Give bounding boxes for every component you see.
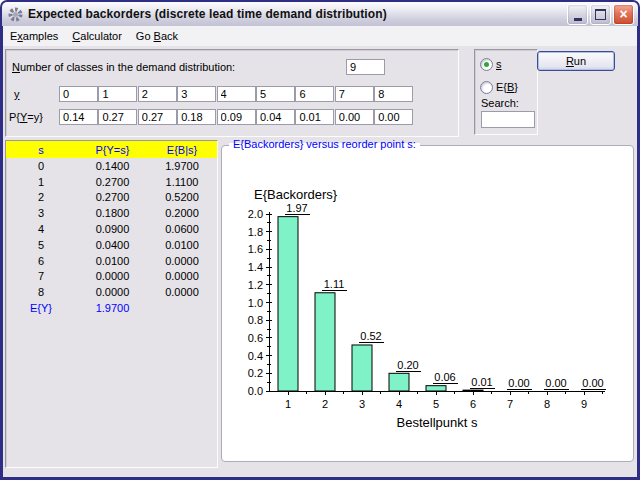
maximize-button[interactable]: [590, 4, 611, 25]
x-tick-label: 4: [396, 398, 402, 410]
y-value-input-7[interactable]: [335, 86, 374, 102]
table-cell: 0.2000: [149, 207, 215, 219]
table-header-cell: E{B|s}: [149, 144, 215, 156]
classes-label: Number of classes in the demand distribu…: [12, 61, 235, 73]
x-tick-label: 1: [285, 398, 291, 410]
p-value-input-2[interactable]: [138, 109, 177, 125]
close-icon: ×: [619, 7, 627, 21]
table-row: 30.18000.2000: [6, 205, 217, 221]
results-table-panel: sP{Y=s}E{B|s} 00.14001.970010.27001.1100…: [5, 140, 218, 468]
search-input[interactable]: [481, 111, 535, 128]
backorders-bar-chart: 0.00.20.40.60.81.01.21.41.61.82.01.9711.…: [222, 146, 633, 461]
bar-value-label: 0.01: [471, 376, 492, 388]
y-value-input-0[interactable]: [59, 86, 98, 102]
x-tick-label: 5: [433, 398, 439, 410]
menu-item-calculator[interactable]: Calculator: [65, 26, 129, 46]
table-cell: 0.0100: [149, 239, 215, 251]
radio-eb-label[interactable]: E{B}: [496, 81, 518, 93]
table-cell: 7: [6, 270, 76, 282]
y-value-input-6[interactable]: [295, 86, 334, 102]
table-header-cell: s: [6, 144, 76, 156]
y-value-input-4[interactable]: [217, 86, 256, 102]
table-cell: 0.0000: [149, 286, 215, 298]
y-tick-label: 0.0: [248, 385, 263, 397]
client-area: Number of classes in the demand distribu…: [3, 46, 637, 477]
gear-icon: [8, 7, 23, 22]
p-row-label: P{Y=y}: [9, 111, 43, 123]
table-cell: 0.1800: [76, 207, 149, 219]
y-tick-label: 0.8: [248, 314, 263, 326]
p-value-input-3[interactable]: [177, 109, 216, 125]
x-axis-title: Bestellpunkt s: [397, 415, 478, 430]
y-value-input-2[interactable]: [138, 86, 177, 102]
table-cell: 0.0400: [76, 239, 149, 251]
chart-bar: [352, 345, 372, 391]
maximize-icon: [595, 9, 606, 20]
table-footer-cell: E{Y}: [6, 302, 76, 314]
y-value-input-5[interactable]: [256, 86, 295, 102]
options-panel: s E{B} Search:: [474, 49, 538, 135]
table-cell: 1.1100: [149, 176, 215, 188]
minimize-button[interactable]: [567, 4, 588, 25]
p-value-input-6[interactable]: [295, 109, 334, 125]
p-value-input-0[interactable]: [59, 109, 98, 125]
table-row: 70.00000.0000: [6, 269, 217, 285]
x-tick-label: 2: [322, 398, 328, 410]
results-table-body: 00.14001.970010.27001.110020.27000.52003…: [6, 158, 217, 316]
table-cell: 1.9700: [149, 160, 215, 172]
bar-value-label: 0.00: [508, 377, 529, 389]
radio-eb[interactable]: [480, 81, 493, 94]
p-value-input-5[interactable]: [256, 109, 295, 125]
x-tick-label: 8: [544, 398, 550, 410]
x-tick-label: 6: [470, 398, 476, 410]
chart-bar: [426, 386, 446, 391]
minimize-icon: [574, 18, 582, 21]
classes-input[interactable]: [346, 59, 385, 75]
table-row: 60.01000.0000: [6, 253, 217, 269]
chart-bar: [463, 390, 483, 391]
table-cell: 5: [6, 239, 76, 251]
y-tick-label: 1.2: [248, 279, 263, 291]
y-tick-label: 0.6: [248, 332, 263, 344]
menu-bar: ExamplesCalculatorGo Back: [3, 26, 637, 46]
table-cell: 0.0000: [149, 255, 215, 267]
table-row: 10.27001.1100: [6, 174, 217, 190]
close-button[interactable]: ×: [613, 4, 634, 25]
table-cell: 0.0100: [76, 255, 149, 267]
p-value-input-7[interactable]: [335, 109, 374, 125]
x-tick-label: 7: [507, 398, 513, 410]
table-cell: 0.2700: [76, 191, 149, 203]
y-value-input-8[interactable]: [374, 86, 413, 102]
p-value-input-8[interactable]: [374, 109, 413, 125]
table-cell: 0.1400: [76, 160, 149, 172]
p-value-input-4[interactable]: [217, 109, 256, 125]
radio-s[interactable]: [480, 58, 493, 71]
y-tick-label: 1.6: [248, 243, 263, 255]
y-tick-label: 1.0: [248, 297, 263, 309]
search-label: Search:: [481, 97, 519, 109]
bar-value-label: 0.06: [434, 371, 455, 383]
p-value-input-1[interactable]: [98, 109, 137, 125]
radio-s-label[interactable]: s: [496, 58, 502, 70]
table-cell: 0.0900: [76, 223, 149, 235]
y-tick-label: 1.4: [248, 261, 263, 273]
bar-value-label: 0.20: [397, 359, 418, 371]
menu-item-examples[interactable]: Examples: [3, 26, 65, 46]
bar-value-label: 0.52: [360, 330, 381, 342]
y-tick-label: 1.8: [248, 226, 263, 238]
menu-item-go-back[interactable]: Go Back: [129, 26, 185, 46]
y-tick-label: 0.2: [248, 367, 263, 379]
table-cell: 0.0000: [149, 270, 215, 282]
run-button[interactable]: Run: [537, 51, 615, 71]
table-cell: 1: [6, 176, 76, 188]
chart-bar: [278, 217, 298, 391]
y-value-input-3[interactable]: [177, 86, 216, 102]
demand-form-panel: Number of classes in the demand distribu…: [5, 49, 459, 137]
window-controls: ×: [567, 4, 634, 25]
app-window: Expected backorders (discrete lead time …: [0, 0, 640, 480]
results-table-header: sP{Y=s}E{B|s}: [6, 141, 217, 158]
table-cell: 0.5200: [149, 191, 215, 203]
chart-title: E{Backorders}: [254, 187, 338, 202]
chart-bar: [389, 373, 409, 391]
y-value-input-1[interactable]: [98, 86, 137, 102]
